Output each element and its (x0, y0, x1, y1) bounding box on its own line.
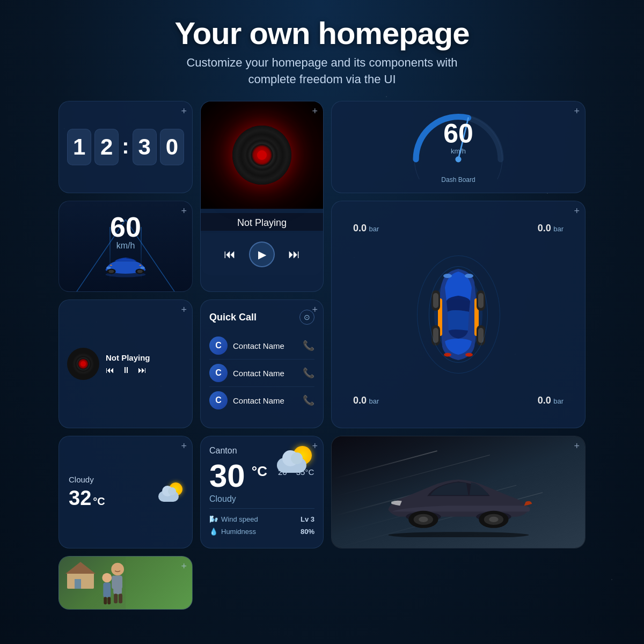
svg-point-9 (137, 270, 143, 273)
music-large-add-button[interactable]: + (312, 106, 318, 117)
car-photo-widget: + (331, 436, 586, 548)
weather-wind-label: Wind speed (221, 515, 258, 523)
tire-tl-unit: bar (369, 225, 379, 233)
music-small-info: Not Playing ⏮ ⏸ ⏭ (106, 353, 184, 375)
vinyl-small (67, 348, 99, 380)
tire-bl-unit: bar (369, 397, 379, 405)
weather-large-temp: 30 (209, 460, 245, 492)
tire-tr: 0.0 bar (538, 223, 564, 234)
contact-row-2: C Contact Name 📞 (209, 360, 314, 387)
music-large-widget: + Not Playing ⏮ ▶ ⏭ (200, 101, 324, 292)
contact-call-button-3[interactable]: 📞 (303, 394, 314, 406)
weather-small-temp: 32 (69, 487, 91, 510)
clock-add-button[interactable]: + (181, 106, 187, 117)
tire-tl-value: 0.0 (353, 223, 367, 233)
music-large-status: Not Playing (201, 213, 323, 231)
music-play-button[interactable]: ▶ (249, 241, 275, 267)
weather-humidity-label-group: 💧 Humidness (209, 528, 256, 536)
music-small-prev-button[interactable]: ⏮ (106, 365, 114, 375)
tire-br-value: 0.0 (538, 395, 551, 406)
weather-humidity-row: 💧 Humidness 80% (209, 525, 314, 538)
contact-name-3: Contact Name (233, 396, 284, 405)
weather-wind-label-group: 🌬️ Wind speed (209, 515, 258, 523)
family-photo-add-button[interactable]: + (181, 561, 187, 572)
svg-point-11 (141, 266, 145, 269)
weather-details: 🌬️ Wind speed Lv 3 💧 Humidness 80% (209, 508, 314, 538)
header: Your own homepage Customize your homepag… (32, 16, 612, 87)
widget-grid: + 1 2 : 3 0 + Not Playing ⏮ ▶ ⏭ + (32, 101, 612, 610)
music-next-button[interactable]: ⏭ (288, 247, 300, 261)
contact-name-2: Contact Name (233, 369, 284, 378)
car-photo-add-button[interactable]: + (574, 441, 580, 452)
weather-humidity-value: 80% (301, 528, 314, 536)
svg-point-44 (102, 573, 112, 583)
contact-call-button-2[interactable]: 📞 (303, 367, 314, 379)
clock-digit-2: 2 (94, 129, 119, 165)
svg-rect-46 (104, 597, 107, 605)
gauge-label: Dash Board (441, 176, 475, 184)
tire-bl: 0.0 bar (353, 395, 379, 406)
family-photo-widget: + (58, 556, 193, 610)
weather-cloud-large (277, 458, 306, 473)
clock-colon: : (122, 134, 129, 158)
gauge-speed: 60 (443, 120, 473, 147)
clock-widget: + 1 2 : 3 0 (58, 101, 193, 193)
weather-large-icon-container (277, 446, 314, 473)
weather-large-condition: Cloudy (209, 494, 314, 504)
page-wrapper: Your own homepage Customize your homepag… (0, 0, 644, 620)
quick-call-add-button[interactable]: + (312, 304, 318, 316)
svg-point-7 (108, 270, 114, 273)
tire-pressure-widget: + 0.0 bar 0.0 bar 0.0 bar (331, 201, 586, 428)
contact-avatar-2: C (209, 364, 228, 382)
speedometer-gauge-widget: + (331, 101, 586, 193)
speed-car-unit: km/h (116, 241, 135, 251)
svg-point-32 (419, 517, 428, 522)
svg-point-2 (455, 157, 461, 163)
weather-large-unit: °C (252, 463, 267, 480)
weather-small-cloudy-icon (158, 482, 184, 502)
weather-large-widget: + Canton 30 °C 26 ~ 35°C Cloudy 🌬️ Wi (200, 436, 324, 548)
contact-name-1: Contact Name (233, 341, 284, 350)
weather-cloudy-icon (277, 446, 314, 473)
house-icon (64, 562, 97, 589)
weather-wind-row: 🌬️ Wind speed Lv 3 (209, 513, 314, 525)
quick-call-widget: + Quick Call ⊙ C Contact Name 📞 C Contac… (200, 299, 324, 428)
radar-ring-2 (417, 255, 500, 374)
music-small-pause-button[interactable]: ⏸ (122, 365, 130, 375)
speed-car-add-button[interactable]: + (181, 206, 187, 217)
contact-row-1: C Contact Name 📞 (209, 332, 314, 360)
gauge-value-display: 60 km/h (443, 120, 473, 155)
speed-car-value: 60 (110, 213, 141, 241)
tire-br: 0.0 bar (538, 395, 564, 406)
tire-bl-value: 0.0 (353, 395, 367, 406)
svg-point-10 (106, 266, 111, 269)
weather-drop-icon: 💧 (209, 528, 218, 536)
contact-call-button-1[interactable]: 📞 (303, 340, 314, 352)
clock-digit-1: 1 (67, 129, 91, 165)
svg-rect-47 (107, 597, 111, 605)
music-small-add-button[interactable]: + (181, 304, 187, 316)
clock-digit-4: 0 (160, 129, 184, 165)
weather-cloud-small (158, 491, 179, 502)
svg-rect-45 (103, 583, 111, 598)
svg-point-27 (388, 532, 529, 537)
gauge-container: 60 km/h Dash Board (405, 109, 512, 185)
vinyl-record (232, 126, 291, 185)
tire-tr-unit: bar (553, 225, 564, 233)
weather-large-add-button[interactable]: + (312, 441, 318, 452)
music-small-next-button[interactable]: ⏭ (138, 365, 147, 375)
contact-avatar-1: C (209, 336, 228, 355)
weather-small-add-button[interactable]: + (181, 441, 187, 452)
music-album-art (201, 101, 323, 209)
weather-wind-value: Lv 3 (301, 515, 314, 523)
page-title: Your own homepage (32, 16, 612, 50)
tire-tl: 0.0 bar (353, 223, 379, 234)
contact-left-3: C Contact Name (209, 391, 284, 409)
contact-left-1: C Contact Name (209, 336, 284, 355)
music-prev-button[interactable]: ⏮ (224, 247, 236, 261)
weather-small-unit: °C (93, 495, 105, 508)
tire-add-button[interactable]: + (574, 206, 580, 217)
quick-call-header: Quick Call ⊙ (209, 310, 314, 325)
contact-row-3: C Contact Name 📞 (209, 387, 314, 414)
gauge-add-button[interactable]: + (574, 106, 580, 117)
